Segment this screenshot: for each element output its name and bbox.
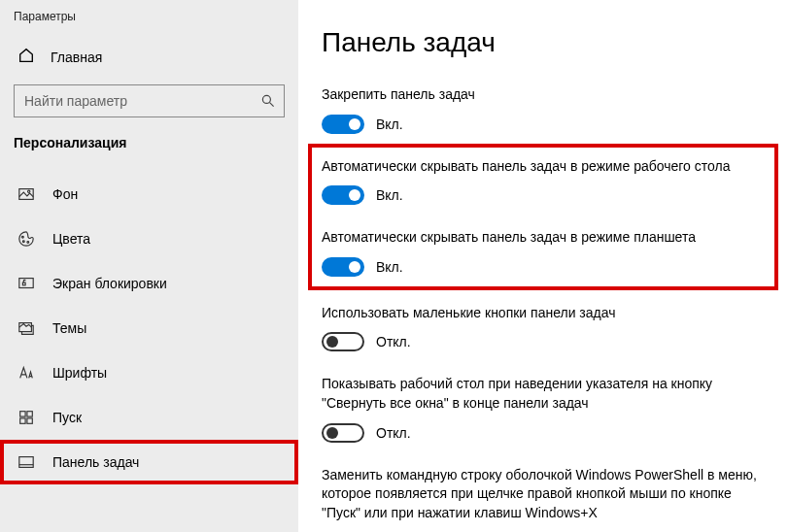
setting-label: Использовать маленькие кнопки панели зад… [322,304,765,323]
svg-point-5 [27,242,29,244]
setting-small-buttons: Использовать маленькие кнопки панели зад… [322,304,765,352]
setting-label: Закрепить панель задач [322,85,765,105]
svg-rect-13 [19,457,33,468]
svg-rect-12 [27,418,32,423]
svg-point-3 [22,236,24,238]
setting-lock-taskbar: Закрепить панель задач Вкл. [322,85,765,134]
page-title: Панель задач [322,27,765,58]
toggle-autohide-desktop[interactable] [322,185,364,205]
home-link[interactable]: Главная [0,37,298,77]
toggle-state: Откл. [376,334,411,349]
home-label: Главная [51,50,102,65]
nav-taskbar[interactable]: Панель задач [0,440,298,484]
setting-peek-desktop: Показывать рабочий стол при наведении ук… [322,375,765,442]
taskbar-icon [17,453,35,471]
svg-point-0 [262,95,270,103]
toggle-state: Вкл. [376,187,403,203]
nav-label: Цвета [52,231,90,247]
svg-rect-7 [22,283,25,285]
toggle-small-buttons[interactable] [322,332,364,351]
home-icon [17,47,35,67]
nav-colors[interactable]: Цвета [0,216,298,261]
svg-point-4 [22,241,24,243]
svg-rect-10 [27,412,32,416]
search-icon [260,93,276,109]
toggle-peek-desktop[interactable] [322,423,364,443]
lockscreen-icon [17,275,35,292]
setting-autohide-desktop: Автоматически скрывать панель задач в ре… [322,157,765,206]
svg-point-2 [28,190,30,192]
window-title: Параметры [0,4,298,37]
nav-background[interactable]: Фон [0,172,298,216]
nav-label: Темы [52,320,86,336]
search-box[interactable] [14,84,285,117]
nav-label: Шрифты [52,365,107,381]
nav-lockscreen[interactable]: Экран блокировки [0,261,298,306]
svg-rect-9 [20,412,25,416]
setting-autohide-tablet: Автоматически скрывать панель задач в ре… [322,228,765,277]
setting-label: Автоматически скрывать панель задач в ре… [322,157,765,177]
nav-label: Панель задач [52,454,139,470]
toggle-state: Откл. [376,425,411,441]
sidebar: Параметры Главная Персонализация [0,0,298,532]
svg-rect-8 [19,323,32,332]
fonts-icon [17,364,35,382]
toggle-state: Вкл. [376,259,403,275]
toggle-lock-taskbar[interactable] [322,115,364,134]
setting-powershell: Заменить командную строку оболочкой Wind… [322,466,765,532]
nav-start[interactable]: Пуск [0,395,298,440]
setting-label: Заменить командную строку оболочкой Wind… [322,466,765,523]
setting-label: Автоматически скрывать панель задач в ре… [322,228,765,248]
palette-icon [17,230,35,248]
nav: Фон Цвета Экран блокировки [0,172,298,484]
category-header: Персонализация [0,131,298,164]
search-input[interactable] [24,93,260,109]
nav-label: Экран блокировки [52,276,167,291]
svg-rect-11 [20,418,25,423]
toggle-state: Вкл. [376,116,403,132]
nav-label: Фон [52,186,78,202]
nav-fonts[interactable]: Шрифты [0,350,298,395]
themes-icon [17,319,35,337]
start-icon [17,409,35,426]
toggle-autohide-tablet[interactable] [322,257,364,277]
nav-themes[interactable]: Темы [0,306,298,350]
picture-icon [17,185,35,203]
highlighted-settings: Автоматически скрывать панель задач в ре… [308,144,778,290]
svg-rect-6 [19,279,33,288]
main-content: Панель задач Закрепить панель задач Вкл.… [298,0,788,532]
nav-label: Пуск [52,410,82,425]
setting-label: Показывать рабочий стол при наведении ук… [322,375,765,413]
